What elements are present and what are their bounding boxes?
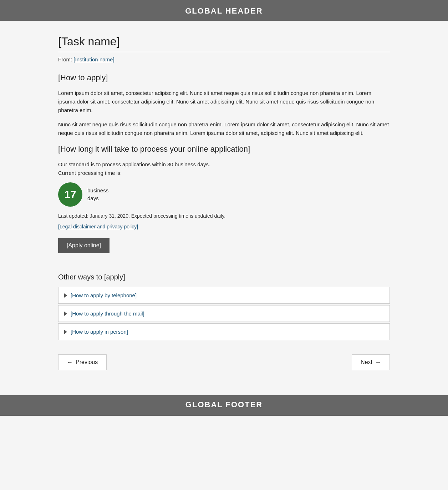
page-title: [Task name] — [58, 35, 390, 48]
main-content: [Task name] From: [Institution name] [Ho… — [44, 21, 404, 395]
accordion-item-person[interactable]: [How to apply in person] — [58, 323, 390, 340]
from-line: From: [Institution name] — [58, 56, 390, 62]
processing-heading: [How long it will take to process your o… — [58, 145, 390, 154]
accordion-arrow-person — [64, 330, 67, 334]
how-to-apply-heading: [How to apply] — [58, 73, 390, 82]
accordion-label-mail: [How to apply through the mail] — [71, 310, 144, 317]
previous-button[interactable]: Previous — [58, 354, 107, 370]
body-text-2: Nunc sit amet neque quis risus sollicitu… — [58, 120, 390, 137]
next-button[interactable]: Next — [352, 354, 390, 370]
accordion-arrow-telephone — [64, 293, 67, 298]
accordion-arrow-mail — [64, 312, 67, 316]
accordion-item-telephone[interactable]: [How to apply by telephone] — [58, 287, 390, 304]
accordion-item-mail[interactable]: [How to apply through the mail] — [58, 305, 390, 322]
footer-label: GLOBAL FOOTER — [185, 400, 263, 409]
days-badge: 17 — [58, 182, 82, 207]
accordion-summary-telephone[interactable]: [How to apply by telephone] — [58, 287, 390, 303]
accordion-summary-person[interactable]: [How to apply in person] — [58, 324, 390, 340]
header-label: GLOBAL HEADER — [185, 6, 263, 15]
accordion-list: [How to apply by telephone] [How to appl… — [58, 287, 390, 340]
apply-online-button[interactable]: [Apply online] — [58, 238, 110, 253]
accordion-label-person: [How to apply in person] — [71, 329, 128, 335]
accordion-summary-mail[interactable]: [How to apply through the mail] — [58, 305, 390, 322]
body-text-1: Lorem ipsum dolor sit amet, consectetur … — [58, 89, 390, 115]
institution-link[interactable]: [Institution name] — [73, 56, 114, 62]
global-header: GLOBAL HEADER — [0, 0, 448, 21]
days-number: 17 — [64, 188, 76, 201]
other-ways-heading: Other ways to [apply] — [58, 273, 390, 281]
days-badge-row: 17 business days — [58, 182, 390, 207]
disclaimer-link[interactable]: [Legal disclaimer and privacy policy] — [58, 224, 390, 229]
nav-buttons: Previous Next — [58, 354, 390, 370]
processing-standard: Our standard is to process applications … — [58, 160, 390, 177]
title-divider — [58, 52, 390, 52]
global-footer: GLOBAL FOOTER — [0, 395, 448, 416]
days-label: business days — [87, 187, 108, 203]
processing-section: [How long it will take to process your o… — [58, 145, 390, 266]
accordion-label-telephone: [How to apply by telephone] — [71, 292, 137, 298]
last-updated: Last updated: January 31, 2020. Expected… — [58, 213, 390, 219]
